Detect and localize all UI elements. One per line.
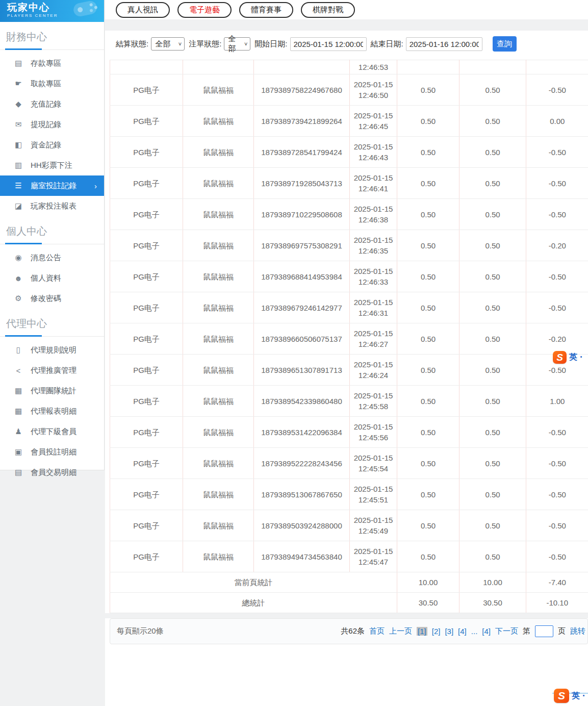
cell-win-loss: -0.50 — [526, 479, 588, 510]
page-link-...[interactable]: ... — [471, 627, 478, 636]
cell-empty — [397, 60, 459, 74]
page-link-3[interactable]: [3] — [445, 627, 453, 636]
sidebar-item-資金記錄[interactable]: ◧資金記錄 — [0, 135, 104, 155]
sidebar-item-代理團隊統計[interactable]: ▦代理團隊統計 — [0, 381, 104, 401]
ime-indicator[interactable]: S 英 · — [554, 689, 585, 703]
table-row: PG电子鼠鼠福福18793894947345638402025-01-1512:… — [110, 541, 588, 572]
cell-platform: PG电子 — [110, 106, 183, 137]
page-link-4[interactable]: [4] — [458, 627, 467, 636]
sidebar-item-消息公告[interactable]: ◉消息公告 — [0, 247, 104, 268]
cell-valid-bet: 0.50 — [459, 448, 526, 479]
sidebar-item-會員交易明細[interactable]: ▤會員交易明細 — [0, 462, 104, 483]
table-row: PG电子鼠鼠福福18793895314220963842025-01-1512:… — [110, 417, 588, 448]
tab-真人視訊[interactable]: 真人視訊 — [116, 2, 170, 18]
page-link-4[interactable]: [4] — [482, 627, 491, 636]
cell-time: 2025-01-1512:45:51 — [350, 479, 397, 510]
page-link-1[interactable]: [1] — [417, 627, 427, 636]
cell-win-loss: -0.50 — [526, 74, 588, 106]
sidebar-item-HH彩票下注[interactable]: ▥HH彩票下注 — [0, 155, 104, 175]
tab-體育賽事[interactable]: 體育賽事 — [239, 2, 293, 18]
cell-valid-bet: 0.50 — [459, 199, 526, 230]
page-link-2[interactable]: [2] — [432, 627, 441, 636]
bell-icon: ◉ — [13, 253, 24, 262]
sidebar-item-會員投註明細[interactable]: ▣會員投註明細 — [0, 442, 104, 462]
table-row: PG电子鼠鼠福福18793895039242880002025-01-1512:… — [110, 510, 588, 541]
cell-bet-amount: 0.50 — [397, 355, 459, 386]
summary-label: 當前頁統計 — [110, 572, 397, 593]
sidebar-item-label: 取款專區 — [31, 79, 61, 89]
cell-order-id: 1879389697575308291 — [254, 230, 350, 261]
sidebar-section-title: 個人中心 — [6, 224, 98, 238]
order-status-select[interactable]: 全部 ˅ — [224, 37, 250, 51]
cell-time: 2025-01-1512:46:38 — [350, 199, 397, 230]
start-date-input[interactable] — [290, 37, 367, 51]
cell-valid-bet: 0.50 — [459, 417, 526, 448]
cell-time: 2025-01-1512:46:45 — [350, 106, 397, 137]
card-icon: ▤ — [13, 59, 24, 68]
ime-dot-icon: · — [582, 691, 585, 701]
section-divider — [0, 335, 104, 337]
doc-lines-icon: ▤ — [13, 468, 24, 477]
order-status-label: 注單狀態: — [189, 39, 221, 49]
settle-status-value: 全部 — [155, 39, 170, 49]
tab-棋牌對戰[interactable]: 棋牌對戰 — [301, 2, 355, 18]
sidebar-item-label: 會員交易明細 — [31, 468, 76, 477]
sidebar-item-取款專區[interactable]: ☛取款專區 — [0, 73, 104, 94]
sidebar-section-title: 代理中心 — [6, 317, 98, 331]
bet-records-table: 12:46:53PG电子鼠鼠福福18793897582249676802025-… — [110, 60, 588, 613]
sidebar-item-代理規則說明[interactable]: ▯代理規則說明 — [0, 340, 104, 360]
jump-button[interactable]: 跳转 — [570, 626, 585, 636]
query-button[interactable]: 查詢 — [493, 36, 517, 52]
sidebar-item-廳室投註記錄[interactable]: ☰廳室投註記錄› — [0, 175, 104, 196]
sidebar-item-代理下級會員[interactable]: ♟代理下級會員 — [0, 421, 104, 442]
chart-icon: ▦ — [13, 407, 24, 416]
cell-win-loss: -0.50 — [526, 261, 588, 292]
page-link-下一页[interactable]: 下一页 — [495, 626, 518, 636]
sidebar-item-提現記錄[interactable]: ✉提現記錄 — [0, 114, 104, 135]
jump-page-input[interactable] — [535, 625, 553, 637]
cell-bet-amount: 0.50 — [397, 230, 459, 261]
settle-status-label: 結算狀態: — [116, 39, 148, 49]
page-link-首页[interactable]: 首页 — [369, 626, 385, 636]
cell-platform: PG电子 — [110, 417, 183, 448]
sogou-logo-icon[interactable]: S — [553, 351, 567, 364]
page-link-上一页[interactable]: 上一页 — [389, 626, 412, 636]
ime-indicator[interactable]: S 英 · — [553, 351, 583, 364]
table-row-partial: 12:46:53 — [110, 60, 588, 74]
cell-time: 2025-01-1512:46:43 — [350, 137, 397, 168]
cell-bet-amount: 0.50 — [397, 510, 459, 541]
sogou-logo-icon[interactable]: S — [554, 689, 569, 703]
jump-suffix-label: 页 — [558, 626, 566, 636]
table-row: PG电子鼠鼠福福18793896605060751372025-01-1512:… — [110, 323, 588, 355]
end-date-input[interactable] — [406, 37, 482, 51]
cell-platform: PG电子 — [110, 292, 183, 323]
cell-order-id: 1879389710229508608 — [254, 199, 350, 230]
sidebar-item-代理推廣管理[interactable]: <代理推廣管理 — [0, 360, 104, 381]
sidebar-item-修改密碼[interactable]: ⚙修改密碼 — [0, 288, 104, 309]
cell-empty — [526, 60, 588, 74]
jump-prefix-label: 第 — [523, 626, 530, 636]
sidebar-item-代理報表明細[interactable]: ▦代理報表明細 — [0, 401, 104, 421]
tab-電子遊藝[interactable]: 電子遊藝 — [177, 2, 232, 18]
filter-bar: 結算狀態: 全部 ˅ 注單狀態: 全部 ˅ 開始日期: 結束日期: 查詢 — [116, 36, 588, 52]
cell-game: 鼠鼠福福 — [183, 355, 254, 386]
sidebar-item-個人資料[interactable]: ☻個人資料 — [0, 268, 104, 288]
sidebar-item-充值記錄[interactable]: ◆充值記錄 — [0, 94, 104, 114]
cell-order-id: 1879389494734563840 — [254, 541, 350, 572]
settle-status-select[interactable]: 全部 ˅ — [151, 37, 185, 51]
cell-order-id: 1879389503924288000 — [254, 510, 350, 541]
cell-platform: PG电子 — [110, 261, 183, 292]
cell-platform: PG电子 — [110, 510, 183, 541]
summary-row: 總統計30.5030.50-10.10 — [110, 593, 588, 613]
sidebar-item-label: 充值記錄 — [31, 99, 61, 109]
cell-platform: PG电子 — [110, 479, 183, 510]
table-row: PG电子鼠鼠福福18793897285417994242025-01-1512:… — [110, 137, 588, 168]
cell-platform: PG电子 — [110, 230, 183, 261]
cell-bet-amount: 0.50 — [397, 479, 459, 510]
sidebar-header: 玩家中心 PLAYERS CENTER — [0, 0, 104, 22]
sidebar-item-玩家投注報表[interactable]: ◪玩家投注報表 — [0, 196, 104, 216]
sidebar: 玩家中心 PLAYERS CENTER 財務中心▤存款專區☛取款專區◆充值記錄✉… — [0, 0, 105, 470]
cell-time: 12:46:53 — [350, 60, 397, 74]
sidebar-item-存款專區[interactable]: ▤存款專區 — [0, 53, 104, 73]
cell-time: 2025-01-1512:45:49 — [350, 510, 397, 541]
